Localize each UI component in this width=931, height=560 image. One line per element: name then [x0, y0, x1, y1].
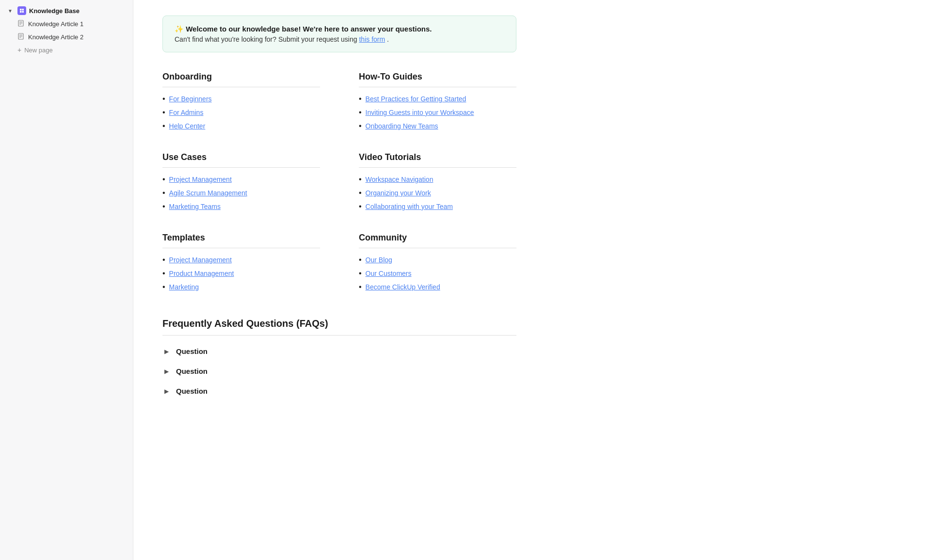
- section-title-templates: Templates: [162, 233, 320, 248]
- section-link[interactable]: Marketing Teams: [169, 203, 221, 210]
- list-item: Agile Scrum Management: [162, 186, 320, 200]
- section-list-community: Our BlogOur CustomersBecome ClickUp Veri…: [359, 253, 516, 294]
- plus-icon: +: [17, 46, 21, 54]
- section-link[interactable]: Product Management: [169, 270, 234, 277]
- faq-question-text: Question: [176, 347, 208, 355]
- section-link[interactable]: Project Management: [169, 256, 232, 264]
- list-item: Become ClickUp Verified: [359, 280, 516, 294]
- section-use-cases: Use CasesProject ManagementAgile Scrum M…: [162, 152, 320, 213]
- document-icon: [17, 33, 25, 41]
- welcome-banner-title: ✨ Welcome to our knowledge base! We're h…: [175, 25, 504, 33]
- section-list-how-to-guides: Best Practices for Getting StartedInviti…: [359, 92, 516, 133]
- sidebar-children: Knowledge Article 1 Knowledge Article 2 …: [0, 17, 133, 56]
- section-link[interactable]: Inviting Guests into your Workspace: [366, 109, 474, 116]
- section-video-tutorials: Video TutorialsWorkspace NavigationOrgan…: [359, 152, 516, 213]
- chevron-down-icon: ▼: [8, 8, 15, 14]
- section-title-use-cases: Use Cases: [162, 152, 320, 168]
- faq-item-2[interactable]: ▶Question: [162, 381, 516, 401]
- list-item: For Admins: [162, 106, 320, 119]
- section-list-video-tutorials: Workspace NavigationOrganizing your Work…: [359, 173, 516, 213]
- sidebar-item-knowledge-article-2[interactable]: Knowledge Article 2: [12, 31, 131, 44]
- section-title-community: Community: [359, 233, 516, 248]
- svg-rect-1: [22, 9, 24, 11]
- new-page-button[interactable]: + New page: [12, 44, 131, 56]
- list-item: Workspace Navigation: [359, 173, 516, 186]
- sidebar-root-item[interactable]: ▼ Knowledge Base: [2, 4, 131, 17]
- chevron-right-icon: ▶: [164, 368, 171, 375]
- section-list-use-cases: Project ManagementAgile Scrum Management…: [162, 173, 320, 213]
- list-item: Our Customers: [359, 267, 516, 280]
- section-link[interactable]: For Admins: [169, 109, 204, 116]
- list-item: Organizing your Work: [359, 186, 516, 200]
- sidebar-child-label-1: Knowledge Article 1: [28, 20, 83, 28]
- section-link[interactable]: Help Center: [169, 122, 206, 130]
- list-item: Project Management: [162, 173, 320, 186]
- section-link[interactable]: Marketing: [169, 283, 199, 291]
- welcome-link-suffix: .: [387, 35, 389, 43]
- faq-question-text: Question: [176, 367, 208, 375]
- section-link[interactable]: Our Blog: [366, 256, 392, 264]
- welcome-banner: ✨ Welcome to our knowledge base! We're h…: [162, 16, 516, 52]
- section-community: CommunityOur BlogOur CustomersBecome Cli…: [359, 233, 516, 294]
- section-templates: TemplatesProject ManagementProduct Manag…: [162, 233, 320, 294]
- welcome-subtitle-text: Can't find what you're looking for? Subm…: [175, 35, 359, 43]
- list-item: Collaborating with your Team: [359, 200, 516, 213]
- sidebar-root-label: Knowledge Base: [29, 7, 80, 15]
- document-icon: [17, 20, 25, 28]
- section-link[interactable]: Organizing your Work: [366, 189, 431, 197]
- main-content: ✨ Welcome to our knowledge base! We're h…: [133, 0, 931, 560]
- new-page-label: New page: [24, 47, 53, 54]
- section-title-video-tutorials: Video Tutorials: [359, 152, 516, 168]
- sidebar-item-knowledge-article-1[interactable]: Knowledge Article 1: [12, 17, 131, 31]
- section-list-templates: Project ManagementProduct ManagementMark…: [162, 253, 320, 294]
- welcome-banner-subtitle: Can't find what you're looking for? Subm…: [175, 35, 504, 43]
- list-item: Best Practices for Getting Started: [359, 92, 516, 106]
- section-onboarding: OnboardingFor BeginnersFor AdminsHelp Ce…: [162, 72, 320, 133]
- section-link[interactable]: For Beginners: [169, 95, 212, 103]
- svg-rect-3: [22, 11, 24, 13]
- section-title-onboarding: Onboarding: [162, 72, 320, 87]
- section-link[interactable]: Our Customers: [366, 270, 412, 277]
- svg-rect-0: [20, 9, 22, 11]
- section-link[interactable]: Best Practices for Getting Started: [366, 95, 466, 103]
- faq-item-1[interactable]: ▶Question: [162, 361, 516, 381]
- section-link[interactable]: Collaborating with your Team: [366, 203, 453, 210]
- list-item: Marketing Teams: [162, 200, 320, 213]
- list-item: Inviting Guests into your Workspace: [359, 106, 516, 119]
- list-item: Our Blog: [359, 253, 516, 267]
- chevron-right-icon: ▶: [164, 388, 171, 395]
- list-item: Onboarding New Teams: [359, 119, 516, 133]
- workspace-icon: [17, 6, 26, 15]
- section-link[interactable]: Project Management: [169, 176, 232, 183]
- list-item: Help Center: [162, 119, 320, 133]
- faq-title: Frequently Asked Questions (FAQs): [162, 318, 516, 336]
- sections-grid: OnboardingFor BeginnersFor AdminsHelp Ce…: [162, 72, 516, 294]
- section-link[interactable]: Become ClickUp Verified: [366, 283, 440, 291]
- faq-item-0[interactable]: ▶Question: [162, 341, 516, 361]
- section-link[interactable]: Workspace Navigation: [366, 176, 433, 183]
- section-list-onboarding: For BeginnersFor AdminsHelp Center: [162, 92, 320, 133]
- welcome-link[interactable]: this form: [359, 35, 385, 43]
- sidebar-child-label-2: Knowledge Article 2: [28, 33, 83, 41]
- list-item: Project Management: [162, 253, 320, 267]
- section-how-to-guides: How-To GuidesBest Practices for Getting …: [359, 72, 516, 133]
- sidebar: ▼ Knowledge Base Knowledge Article 1: [0, 0, 133, 560]
- faq-section: Frequently Asked Questions (FAQs) ▶Quest…: [162, 318, 516, 401]
- chevron-right-icon: ▶: [164, 348, 171, 355]
- section-title-how-to-guides: How-To Guides: [359, 72, 516, 87]
- faq-items: ▶Question▶Question▶Question: [162, 341, 516, 401]
- list-item: Marketing: [162, 280, 320, 294]
- svg-rect-2: [20, 11, 22, 13]
- list-item: Product Management: [162, 267, 320, 280]
- section-link[interactable]: Agile Scrum Management: [169, 189, 247, 197]
- section-link[interactable]: Onboarding New Teams: [366, 122, 438, 130]
- list-item: For Beginners: [162, 92, 320, 106]
- faq-question-text: Question: [176, 387, 208, 395]
